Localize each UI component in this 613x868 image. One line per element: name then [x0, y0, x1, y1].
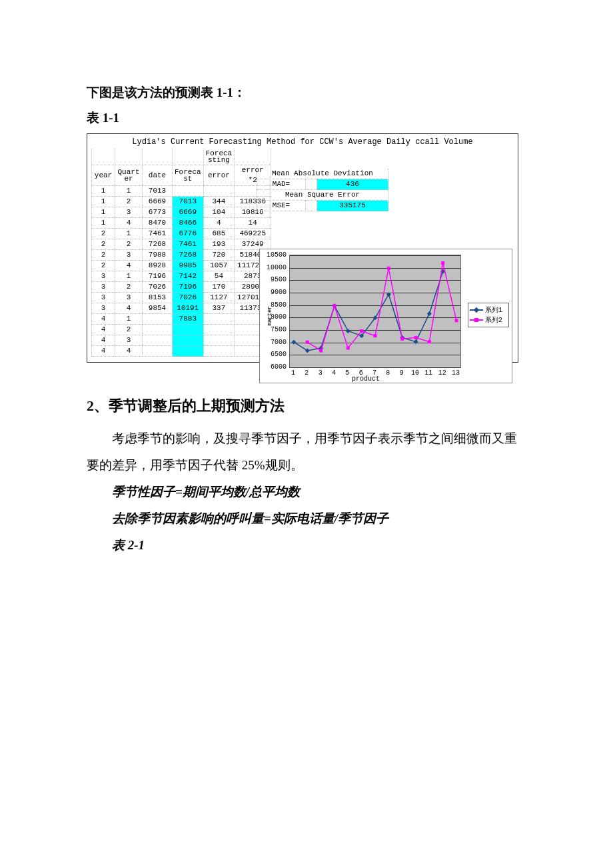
formula-2: 去除季节因素影响的呼叫量=实际电话量/季节因子 [87, 505, 526, 532]
svg-rect-18 [387, 267, 390, 270]
y-tick: 7000 [264, 338, 287, 345]
section-2-heading: 2、季节调整后的上期预测方法 [87, 396, 526, 416]
cell: 4 [115, 218, 143, 229]
table-row: 43 [92, 335, 271, 346]
cell: 7013 [143, 186, 173, 197]
svg-rect-0 [291, 340, 296, 345]
cell: 10191 [173, 303, 204, 314]
cell: 7196 [173, 282, 204, 293]
cell [173, 186, 204, 197]
cell: 4 [92, 314, 115, 325]
cell: 3 [92, 293, 115, 303]
cell: 3 [92, 271, 115, 282]
cell: 1 [92, 197, 115, 207]
cell [143, 314, 173, 325]
cell: 2 [92, 261, 115, 271]
cell: 1127 [203, 293, 235, 303]
svg-rect-13 [319, 349, 322, 353]
cell: 8470 [143, 218, 173, 229]
cell: 3 [115, 250, 143, 261]
intro-text: 下图是该方法的预测表 1-1： [87, 80, 526, 105]
cell: 2 [115, 239, 143, 250]
y-tick: 10500 [264, 251, 287, 259]
cell: 1 [115, 186, 143, 197]
cell: 9985 [173, 261, 204, 271]
cell: 7268 [143, 239, 173, 250]
legend-marker-2 [470, 319, 483, 321]
legend-item-2: 系列2 [470, 315, 507, 325]
cell: 4 [92, 335, 115, 346]
table-row: 2174616776685469225 [92, 229, 271, 239]
y-tick: 9500 [264, 276, 287, 283]
table-row: 338153702611271270129 [92, 293, 271, 303]
cell: 7461 [173, 239, 204, 250]
hdr-date: date [143, 165, 173, 186]
cell: 1 [92, 186, 115, 197]
cell [203, 335, 235, 346]
cell [173, 346, 204, 357]
svg-rect-23 [455, 319, 458, 322]
hdr-forecasting: Forecasting [203, 149, 235, 165]
table-row: 327026719617028900 [92, 282, 271, 293]
cell: 4 [115, 346, 143, 357]
cell: 8153 [143, 293, 173, 303]
svg-rect-15 [346, 347, 350, 350]
table-row: 44 [92, 346, 271, 357]
x-axis-label: product [260, 375, 472, 383]
y-tick: 10000 [264, 263, 287, 271]
table-row: 3171967142542873 [92, 271, 271, 282]
table-2-1-caption: 表 2-1 [87, 532, 526, 559]
y-tick: 6500 [264, 351, 287, 358]
legend-label-1: 系列1 [485, 305, 502, 315]
sheet-title: Lydia's Current Forecasting Method for C… [87, 135, 518, 149]
svg-rect-14 [333, 304, 336, 307]
cell: 14 [235, 218, 271, 229]
cell: 170 [203, 282, 235, 293]
cell: 1 [115, 314, 143, 325]
y-tick: 8500 [264, 301, 287, 308]
cell [203, 346, 235, 357]
cell: 7883 [173, 314, 204, 325]
cell: 8466 [173, 218, 204, 229]
cell: 1 [115, 271, 143, 282]
hdr-year: year [92, 165, 115, 186]
cell: 685 [203, 229, 235, 239]
data-table: Forecasting year Quarter date Forecast e… [91, 149, 271, 357]
svg-rect-1 [305, 348, 310, 353]
cell: 337 [203, 303, 235, 314]
stats-block: Mean Absolute Deviation MAD= 436 Mean Sq… [257, 169, 388, 211]
svg-rect-4 [346, 329, 350, 333]
cell: 3 [115, 207, 143, 218]
cell: 4 [92, 325, 115, 335]
legend-label-2: 系列2 [485, 315, 502, 325]
hdr-forecast: Forecast [173, 165, 204, 186]
cell: 1 [115, 229, 143, 239]
mse-label: MSE= [257, 201, 306, 211]
cell: 4 [203, 218, 235, 229]
cell: 3 [92, 282, 115, 293]
cell: 7026 [173, 293, 204, 303]
cell: 54 [203, 271, 235, 282]
cell: 9854 [143, 303, 173, 314]
legend-item-1: 系列1 [470, 305, 507, 315]
cell: 3 [92, 303, 115, 314]
table-row: 417883 [92, 314, 271, 325]
svg-rect-19 [400, 337, 404, 341]
y-tick: 6000 [264, 363, 287, 371]
spreadsheet: Lydia's Current Forecasting Method for C… [87, 133, 518, 363]
svg-rect-9 [413, 339, 418, 344]
table-row: 136773666910410816 [92, 207, 271, 218]
section-2-p1: 考虑季节的影响，及搜寻季节因子，用季节因子表示季节之间细微而又重要的差异，用季节… [87, 425, 526, 479]
table-row: 227268746119337249 [92, 239, 271, 250]
cell [203, 325, 235, 335]
cell: 344 [203, 197, 235, 207]
legend: 系列1 系列2 [468, 303, 509, 327]
cell: 1 [92, 218, 115, 229]
formula-1: 季节性因子=期间平均数/总平均数 [87, 479, 526, 505]
header-row: year Quarter date Forecast error error *… [92, 165, 271, 186]
mad-title: Mean Absolute Deviation [257, 169, 388, 179]
y-tick: 8000 [264, 313, 287, 321]
cell: 469225 [235, 229, 271, 239]
cell: 6669 [173, 207, 204, 218]
cell [203, 314, 235, 325]
